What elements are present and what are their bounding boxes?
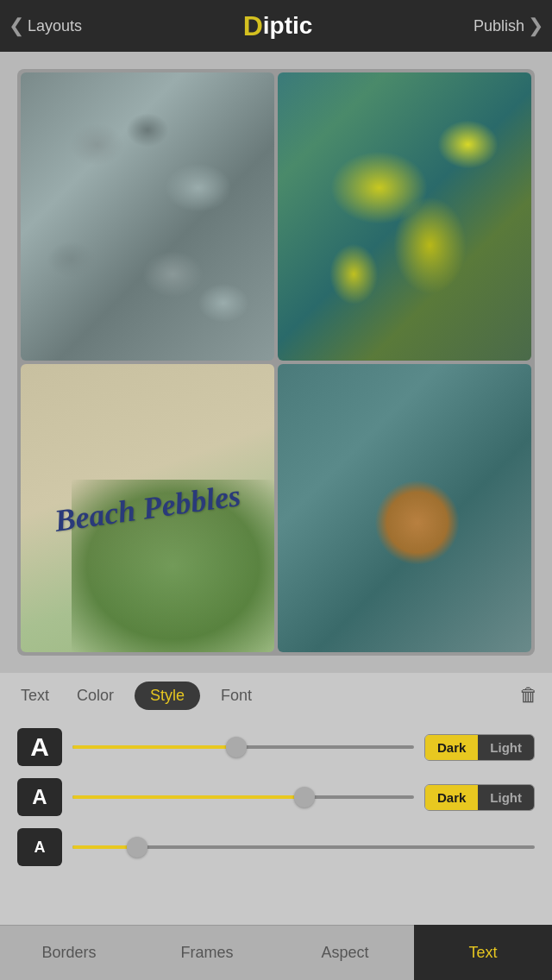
slider-1-track[interactable] bbox=[72, 745, 414, 749]
canvas-area bbox=[0, 52, 552, 673]
bottom-nav: Borders Frames Aspect Text bbox=[0, 925, 552, 980]
tab-font[interactable]: Font bbox=[214, 682, 259, 710]
slider-row-2: A Dark Light bbox=[17, 778, 535, 816]
bottom-panel: Text Color Style Font 🗑 A Dark Light A bbox=[0, 673, 552, 980]
header: ❮ Layouts D iptic Publish ❯ bbox=[0, 0, 552, 52]
nav-aspect[interactable]: Aspect bbox=[276, 925, 414, 980]
back-button[interactable]: ❮ Layouts bbox=[9, 15, 82, 37]
photo-cell-4[interactable] bbox=[278, 364, 531, 652]
publish-label: Publish bbox=[474, 17, 524, 35]
logo-text: iptic bbox=[263, 12, 313, 40]
back-label: Layouts bbox=[28, 17, 82, 35]
slider-row-1: A Dark Light bbox=[17, 728, 535, 766]
slider-row-3: A bbox=[17, 828, 535, 866]
letter-icon-3: A bbox=[17, 828, 62, 866]
tab-style[interactable]: Style bbox=[135, 682, 200, 710]
letter-icon-1: A bbox=[17, 728, 62, 766]
tab-text[interactable]: Text bbox=[14, 682, 56, 710]
dark-light-toggle-1: Dark Light bbox=[424, 734, 535, 761]
photo-cell-2[interactable] bbox=[278, 72, 531, 361]
back-arrow: ❮ bbox=[9, 15, 24, 37]
slider-2-track[interactable] bbox=[72, 795, 414, 799]
collage bbox=[17, 69, 535, 656]
dark-btn-1[interactable]: Dark bbox=[425, 735, 478, 760]
app-logo: D iptic bbox=[243, 10, 313, 42]
slider-3-track[interactable] bbox=[72, 845, 535, 849]
photo-cell-1[interactable] bbox=[21, 72, 274, 361]
publish-button[interactable]: Publish ❯ bbox=[474, 15, 543, 37]
delete-button[interactable]: 🗑 bbox=[519, 684, 538, 707]
nav-frames[interactable]: Frames bbox=[138, 925, 276, 980]
light-btn-2[interactable]: Light bbox=[478, 785, 534, 810]
nav-text[interactable]: Text bbox=[414, 925, 552, 980]
tab-bar: Text Color Style Font 🗑 bbox=[0, 673, 552, 718]
logo-d: D bbox=[243, 10, 263, 42]
dark-light-toggle-2: Dark Light bbox=[424, 784, 535, 811]
forward-arrow: ❯ bbox=[528, 15, 543, 37]
tab-color[interactable]: Color bbox=[70, 682, 121, 710]
photo-cell-3[interactable] bbox=[21, 364, 274, 652]
letter-icon-2: A bbox=[17, 778, 62, 816]
dark-btn-2[interactable]: Dark bbox=[425, 785, 478, 810]
sliders-area: A Dark Light A Dark bbox=[0, 718, 552, 925]
nav-borders[interactable]: Borders bbox=[0, 925, 138, 980]
light-btn-1[interactable]: Light bbox=[478, 735, 534, 760]
